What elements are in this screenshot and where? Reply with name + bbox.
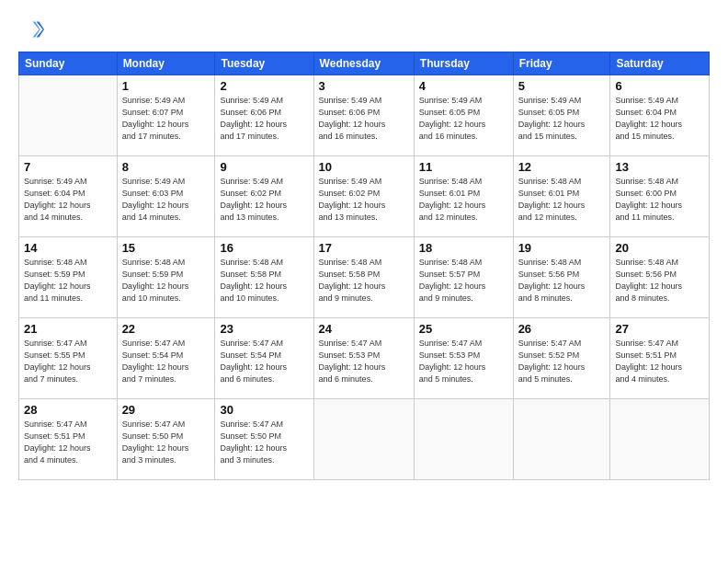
day-number: 17: [319, 241, 409, 255]
calendar-cell: 8Sunrise: 5:49 AM Sunset: 6:03 PM Daylig…: [117, 156, 215, 237]
day-info: Sunrise: 5:49 AM Sunset: 6:07 PM Dayligh…: [122, 95, 210, 143]
calendar-cell: 6Sunrise: 5:49 AM Sunset: 6:04 PM Daylig…: [610, 75, 710, 156]
day-number: 18: [419, 241, 508, 255]
calendar-cell: 11Sunrise: 5:48 AM Sunset: 6:01 PM Dayli…: [414, 156, 513, 237]
calendar-header-saturday: Saturday: [610, 52, 710, 75]
day-info: Sunrise: 5:49 AM Sunset: 6:06 PM Dayligh…: [319, 95, 409, 143]
calendar-table: SundayMondayTuesdayWednesdayThursdayFrid…: [18, 52, 710, 480]
day-number: 9: [220, 160, 308, 174]
calendar-week-row: 1Sunrise: 5:49 AM Sunset: 6:07 PM Daylig…: [19, 75, 710, 156]
calendar-cell: 3Sunrise: 5:49 AM Sunset: 6:06 PM Daylig…: [313, 75, 414, 156]
day-number: 22: [122, 322, 210, 336]
calendar-header-thursday: Thursday: [414, 52, 513, 75]
day-info: Sunrise: 5:48 AM Sunset: 6:00 PM Dayligh…: [615, 176, 704, 224]
logo: [18, 17, 46, 42]
day-number: 28: [24, 403, 112, 417]
calendar-cell: 12Sunrise: 5:48 AM Sunset: 6:01 PM Dayli…: [513, 156, 610, 237]
day-number: 10: [319, 160, 409, 174]
calendar-cell: 15Sunrise: 5:48 AM Sunset: 5:59 PM Dayli…: [117, 237, 215, 318]
day-info: Sunrise: 5:49 AM Sunset: 6:02 PM Dayligh…: [220, 176, 308, 224]
page: SundayMondayTuesdayWednesdayThursdayFrid…: [0, 0, 728, 563]
calendar-cell: 4Sunrise: 5:49 AM Sunset: 6:05 PM Daylig…: [414, 75, 513, 156]
calendar-cell: [610, 399, 710, 480]
header: [18, 17, 710, 42]
day-info: Sunrise: 5:47 AM Sunset: 5:51 PM Dayligh…: [615, 338, 704, 385]
calendar-cell: 7Sunrise: 5:49 AM Sunset: 6:04 PM Daylig…: [19, 156, 118, 237]
day-number: 30: [220, 403, 308, 417]
day-number: 23: [220, 322, 308, 336]
day-number: 7: [24, 160, 112, 174]
calendar-cell: 21Sunrise: 5:47 AM Sunset: 5:55 PM Dayli…: [19, 318, 118, 399]
calendar-cell: [313, 399, 414, 480]
day-number: 14: [24, 241, 112, 255]
calendar-week-row: 7Sunrise: 5:49 AM Sunset: 6:04 PM Daylig…: [19, 156, 710, 237]
calendar-cell: 9Sunrise: 5:49 AM Sunset: 6:02 PM Daylig…: [215, 156, 313, 237]
calendar-cell: [513, 399, 610, 480]
day-number: 11: [419, 160, 508, 174]
day-info: Sunrise: 5:48 AM Sunset: 6:01 PM Dayligh…: [518, 176, 606, 224]
day-info: Sunrise: 5:49 AM Sunset: 6:05 PM Dayligh…: [518, 95, 606, 143]
day-info: Sunrise: 5:48 AM Sunset: 5:58 PM Dayligh…: [220, 257, 308, 304]
day-number: 26: [518, 322, 606, 336]
calendar-cell: 5Sunrise: 5:49 AM Sunset: 6:05 PM Daylig…: [513, 75, 610, 156]
day-info: Sunrise: 5:47 AM Sunset: 5:52 PM Dayligh…: [518, 338, 606, 385]
day-number: 29: [122, 403, 210, 417]
calendar-cell: 22Sunrise: 5:47 AM Sunset: 5:54 PM Dayli…: [117, 318, 215, 399]
calendar-header-monday: Monday: [117, 52, 215, 75]
day-number: 2: [220, 79, 308, 93]
calendar-cell: 19Sunrise: 5:48 AM Sunset: 5:56 PM Dayli…: [513, 237, 610, 318]
day-number: 16: [220, 241, 308, 255]
calendar-cell: 28Sunrise: 5:47 AM Sunset: 5:51 PM Dayli…: [19, 399, 118, 480]
day-info: Sunrise: 5:47 AM Sunset: 5:55 PM Dayligh…: [24, 338, 112, 385]
calendar-header-row: SundayMondayTuesdayWednesdayThursdayFrid…: [19, 52, 710, 75]
day-info: Sunrise: 5:49 AM Sunset: 6:05 PM Dayligh…: [419, 95, 508, 143]
logo-icon: [18, 17, 44, 42]
calendar-cell: 27Sunrise: 5:47 AM Sunset: 5:51 PM Dayli…: [610, 318, 710, 399]
day-number: 24: [319, 322, 409, 336]
day-info: Sunrise: 5:48 AM Sunset: 5:57 PM Dayligh…: [419, 257, 508, 304]
day-number: 20: [615, 241, 704, 255]
calendar-cell: 24Sunrise: 5:47 AM Sunset: 5:53 PM Dayli…: [313, 318, 414, 399]
day-number: 4: [419, 79, 508, 93]
day-info: Sunrise: 5:47 AM Sunset: 5:50 PM Dayligh…: [220, 419, 308, 466]
day-number: 13: [615, 160, 704, 174]
day-info: Sunrise: 5:49 AM Sunset: 6:03 PM Dayligh…: [122, 176, 210, 224]
calendar-header-sunday: Sunday: [19, 52, 118, 75]
day-info: Sunrise: 5:49 AM Sunset: 6:06 PM Dayligh…: [220, 95, 308, 143]
calendar-cell: 29Sunrise: 5:47 AM Sunset: 5:50 PM Dayli…: [117, 399, 215, 480]
day-number: 3: [319, 79, 409, 93]
calendar-header-tuesday: Tuesday: [215, 52, 313, 75]
day-number: 6: [615, 79, 704, 93]
day-info: Sunrise: 5:48 AM Sunset: 5:56 PM Dayligh…: [615, 257, 704, 304]
day-info: Sunrise: 5:48 AM Sunset: 5:56 PM Dayligh…: [518, 257, 606, 304]
calendar-week-row: 28Sunrise: 5:47 AM Sunset: 5:51 PM Dayli…: [19, 399, 710, 480]
calendar-cell: [19, 75, 118, 156]
day-info: Sunrise: 5:49 AM Sunset: 6:04 PM Dayligh…: [24, 176, 112, 224]
day-info: Sunrise: 5:48 AM Sunset: 5:59 PM Dayligh…: [24, 257, 112, 304]
calendar-header-wednesday: Wednesday: [313, 52, 414, 75]
day-info: Sunrise: 5:47 AM Sunset: 5:51 PM Dayligh…: [24, 419, 112, 466]
calendar-cell: 20Sunrise: 5:48 AM Sunset: 5:56 PM Dayli…: [610, 237, 710, 318]
day-info: Sunrise: 5:48 AM Sunset: 6:01 PM Dayligh…: [419, 176, 508, 224]
day-number: 15: [122, 241, 210, 255]
day-number: 1: [122, 79, 210, 93]
day-info: Sunrise: 5:47 AM Sunset: 5:53 PM Dayligh…: [319, 338, 409, 385]
calendar-cell: 10Sunrise: 5:49 AM Sunset: 6:02 PM Dayli…: [313, 156, 414, 237]
day-info: Sunrise: 5:48 AM Sunset: 5:58 PM Dayligh…: [319, 257, 409, 304]
day-info: Sunrise: 5:47 AM Sunset: 5:54 PM Dayligh…: [122, 338, 210, 385]
calendar-cell: 16Sunrise: 5:48 AM Sunset: 5:58 PM Dayli…: [215, 237, 313, 318]
calendar-cell: 1Sunrise: 5:49 AM Sunset: 6:07 PM Daylig…: [117, 75, 215, 156]
day-number: 27: [615, 322, 704, 336]
calendar-cell: 18Sunrise: 5:48 AM Sunset: 5:57 PM Dayli…: [414, 237, 513, 318]
day-info: Sunrise: 5:47 AM Sunset: 5:53 PM Dayligh…: [419, 338, 508, 385]
day-number: 25: [419, 322, 508, 336]
calendar-cell: 30Sunrise: 5:47 AM Sunset: 5:50 PM Dayli…: [215, 399, 313, 480]
calendar-cell: 25Sunrise: 5:47 AM Sunset: 5:53 PM Dayli…: [414, 318, 513, 399]
calendar-cell: 17Sunrise: 5:48 AM Sunset: 5:58 PM Dayli…: [313, 237, 414, 318]
day-number: 12: [518, 160, 606, 174]
calendar-week-row: 21Sunrise: 5:47 AM Sunset: 5:55 PM Dayli…: [19, 318, 710, 399]
calendar-cell: 26Sunrise: 5:47 AM Sunset: 5:52 PM Dayli…: [513, 318, 610, 399]
day-number: 19: [518, 241, 606, 255]
day-info: Sunrise: 5:49 AM Sunset: 6:02 PM Dayligh…: [319, 176, 409, 224]
day-number: 21: [24, 322, 112, 336]
